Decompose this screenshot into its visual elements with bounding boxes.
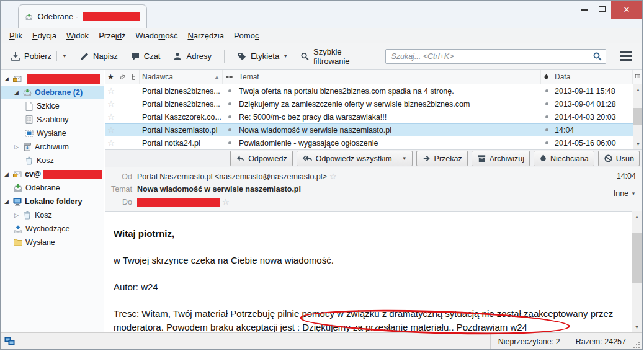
star-icon[interactable]: ☆ [105, 138, 117, 148]
junk-button[interactable]: Niechciana [534, 151, 594, 166]
addresses-button[interactable]: Adresy [168, 48, 216, 64]
star-column-header[interactable]: ★ [105, 70, 117, 84]
menu-item-plik[interactable]: Plik [4, 29, 27, 42]
read-dot-icon[interactable] [228, 141, 231, 144]
junk-column-header[interactable] [541, 70, 552, 84]
star-icon[interactable]: ☆ [105, 86, 117, 96]
scroll-up-icon[interactable]: ▲ [632, 211, 642, 222]
scroll-thumb[interactable] [633, 108, 643, 125]
reply-label: Odpowiedz [248, 154, 287, 163]
close-icon: ✕ [624, 5, 630, 14]
scroll-down-icon[interactable]: ▼ [633, 139, 643, 149]
junk-dot-icon[interactable] [545, 115, 548, 118]
thread-pane: ★ Nadawca ▲ Temat [105, 70, 643, 149]
menu-item-wiadomosc[interactable]: Wiadomość [130, 29, 182, 42]
reply-all-dropdown[interactable]: ▼ [398, 151, 407, 166]
account-row-2[interactable]: ◢ cv@ [1, 167, 104, 181]
message-row[interactable]: ☆ Portal Kaszczorek.co... Re: 5000/m-c b… [105, 110, 633, 123]
folder-drafts[interactable]: Szkice [1, 99, 104, 113]
attachment-column-header[interactable] [117, 70, 128, 84]
message-row[interactable]: ☆ Portal notka24.pl Powiadomienie - wyga… [105, 136, 633, 149]
delete-button[interactable]: Usuń [598, 151, 640, 166]
folder-sent-local[interactable]: Wysłane [1, 236, 104, 249]
junk-dot-icon[interactable] [545, 102, 548, 105]
get-messages-button[interactable]: Pobierz ▼ [6, 48, 72, 64]
star-icon[interactable]: ☆ [105, 99, 117, 109]
menu-item-pomoc[interactable]: Pomoc [229, 29, 264, 42]
scroll-thumb[interactable] [632, 233, 642, 283]
twisty-expanded-icon[interactable]: ◢ [13, 89, 20, 96]
date-column-header[interactable]: Data [552, 70, 633, 84]
twisty-collapsed-icon[interactable]: ▷ [13, 144, 20, 150]
person-icon [172, 51, 182, 61]
star-icon[interactable]: ☆ [105, 125, 117, 135]
menu-item-narzedzia[interactable]: Narzędzia [182, 29, 229, 42]
twisty-expanded-icon[interactable]: ◢ [3, 198, 10, 205]
archive-button[interactable]: Archiwizuj [472, 151, 530, 166]
folder-label-odebrane: Odebrane (2) [35, 88, 83, 97]
read-dot-icon[interactable] [228, 115, 231, 118]
star-icon[interactable]: ☆ [105, 112, 117, 122]
scroll-down-icon[interactable]: ▼ [632, 322, 642, 332]
message-row[interactable]: ☆ Portal biznes2biznes... Twoja oferta n… [105, 84, 633, 97]
chevron-down-icon: ▼ [631, 191, 636, 197]
quick-filter-button[interactable]: Szybkie filtrowanie [295, 44, 380, 69]
thunderbird-window: Odebrane - ✕ Plik Edycja Widok Przejdź W… [0, 0, 643, 350]
folder-sent[interactable]: Wysłane [1, 127, 104, 140]
star-icon[interactable]: ☆ [222, 197, 230, 207]
folder-trash-2[interactable]: ▷ Kosz [1, 208, 104, 222]
folder-templates[interactable]: Szablony [1, 113, 104, 127]
folder-inbox-2[interactable]: Odebrane [1, 181, 104, 195]
read-column-header[interactable] [223, 70, 236, 84]
twisty-expanded-icon[interactable]: ◢ [3, 76, 10, 82]
folder-inbox-selected[interactable]: ◢ Odebrane (2) [1, 86, 104, 99]
delete-prohibition-icon [604, 154, 613, 163]
thread-column-header[interactable] [128, 70, 140, 84]
active-tab[interactable]: Odebrane - [18, 4, 147, 28]
folder-archive[interactable]: ▷ Archiwum [1, 140, 104, 154]
column-picker-button[interactable] [633, 70, 643, 84]
message-row-selected[interactable]: ☆ Portal Naszemiasto.pl Nowa wiadomość w… [105, 123, 633, 136]
read-dot-icon[interactable] [228, 128, 231, 131]
reply-button[interactable]: Odpowiedz [230, 151, 293, 166]
thread-scrollbar[interactable]: ▲ ▼ [633, 84, 643, 149]
reply-all-button[interactable]: Odpowiedz wszystkim ▼ [297, 151, 413, 166]
more-actions-dropdown[interactable]: Inne ▼ [614, 189, 636, 198]
menu-item-przejdz[interactable]: Przejdź [94, 29, 130, 42]
chat-button[interactable]: Czat [125, 48, 166, 64]
message-row[interactable]: ☆ Portal biznes2biznes... Dziękujemy za … [105, 97, 633, 110]
local-folders-row[interactable]: ◢ Lokalne foldery [1, 195, 104, 208]
subject-column-header[interactable]: Temat [236, 70, 541, 84]
account-row-1[interactable]: ◢ [1, 72, 104, 86]
forward-button[interactable]: Przekaż [416, 151, 468, 166]
junk-dot-icon[interactable] [545, 89, 548, 92]
toolbar-separator [224, 50, 225, 63]
resize-grip[interactable] [633, 333, 642, 350]
read-dot-icon[interactable] [228, 102, 231, 105]
twisty-collapsed-icon[interactable]: ▷ [13, 212, 20, 218]
write-button[interactable]: Napisz [74, 48, 123, 64]
minimize-button[interactable] [575, 1, 593, 14]
folder-label-wyslane-local: Wysłane [25, 238, 55, 247]
inbox-icon [13, 183, 23, 193]
sender-column-header[interactable]: Nadawca ▲ [140, 70, 223, 84]
junk-dot-icon[interactable] [545, 141, 548, 144]
scroll-up-icon[interactable]: ▲ [633, 84, 643, 95]
message-body-scrollbar[interactable]: ▲ ▼ [632, 211, 642, 332]
search-input[interactable] [385, 49, 606, 64]
read-dot-icon[interactable] [228, 89, 231, 92]
twisty-expanded-icon[interactable]: ◢ [3, 171, 10, 177]
app-menu-button[interactable] [617, 48, 635, 64]
tag-button[interactable]: Etykieta ▼ [232, 48, 293, 64]
star-icon[interactable]: ☆ [329, 172, 337, 181]
folder-pane: ◢ ◢ Odebrane (2) Szkice Szablony Wysłane [1, 70, 104, 332]
folder-outbox[interactable]: Wychodzące [1, 222, 104, 236]
folder-trash-1[interactable]: Kosz [1, 154, 104, 167]
menu-item-widok[interactable]: Widok [61, 29, 94, 42]
maximize-button[interactable] [593, 1, 611, 14]
search-icon[interactable] [593, 51, 602, 61]
sender-cell: Portal biznes2biznes... [140, 100, 223, 109]
junk-dot-icon[interactable] [545, 128, 548, 131]
close-button[interactable]: ✕ [611, 1, 642, 19]
menu-item-edycja[interactable]: Edycja [27, 29, 61, 42]
